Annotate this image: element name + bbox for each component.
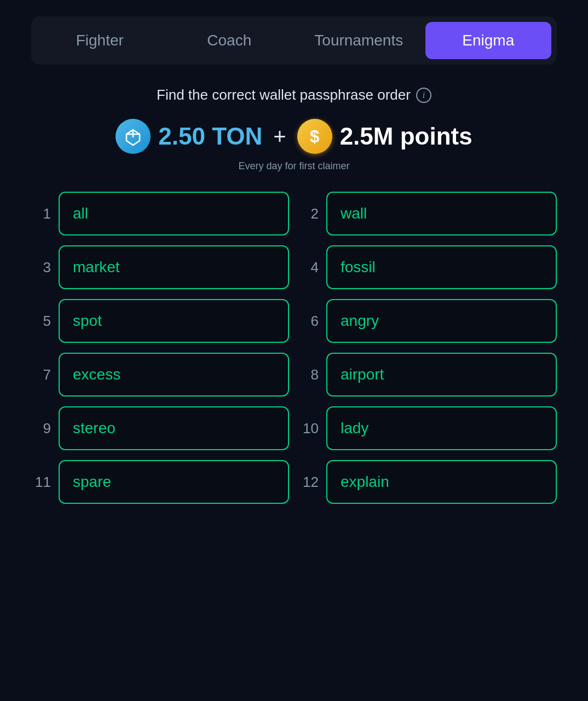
word-box-6[interactable]: angry (326, 299, 557, 343)
words-grid: 1all2wall3market4fossil5spot6angry7exces… (31, 192, 557, 504)
ton-icon (116, 119, 151, 154)
word-box-1[interactable]: all (59, 192, 289, 235)
word-number-11: 11 (31, 474, 51, 491)
word-number-8: 8 (299, 366, 319, 383)
word-row-8[interactable]: 8airport (299, 353, 557, 397)
tab-bar: Fighter Coach Tournaments Enigma (31, 16, 557, 65)
word-box-9[interactable]: stereo (59, 406, 289, 450)
word-number-9: 9 (31, 420, 51, 437)
word-box-7[interactable]: excess (59, 353, 289, 397)
word-text-1: all (73, 205, 88, 222)
coin-icon: $ (297, 119, 332, 154)
word-number-12: 12 (299, 474, 319, 491)
word-text-12: explain (341, 473, 389, 490)
reward-row: 2.50 TON + $ 2.5M points (116, 119, 472, 154)
word-row-3[interactable]: 3market (31, 245, 289, 289)
word-row-12[interactable]: 12explain (299, 460, 557, 504)
word-row-4[interactable]: 4fossil (299, 245, 557, 289)
word-row-6[interactable]: 6angry (299, 299, 557, 343)
word-row-1[interactable]: 1all (31, 192, 289, 235)
word-box-3[interactable]: market (59, 245, 289, 289)
info-icon[interactable]: i (416, 88, 431, 103)
word-text-2: wall (341, 205, 367, 222)
tab-fighter[interactable]: Fighter (37, 22, 163, 59)
word-box-2[interactable]: wall (326, 192, 557, 235)
word-row-11[interactable]: 11spare (31, 460, 289, 504)
word-number-3: 3 (31, 259, 51, 276)
word-text-3: market (73, 258, 120, 275)
word-text-7: excess (73, 366, 120, 383)
word-number-4: 4 (299, 259, 319, 276)
ton-section: 2.50 TON (116, 119, 262, 154)
word-text-9: stereo (73, 420, 116, 436)
word-text-10: lady (341, 420, 368, 436)
points-amount: 2.5M points (340, 123, 472, 150)
word-box-11[interactable]: spare (59, 460, 289, 504)
word-text-4: fossil (341, 258, 376, 275)
word-number-1: 1 (31, 205, 51, 222)
word-box-10[interactable]: lady (326, 406, 557, 450)
word-number-10: 10 (299, 420, 319, 437)
word-row-10[interactable]: 10lady (299, 406, 557, 450)
enigma-section: Find the correct wallet passphrase order… (31, 87, 557, 504)
points-section: $ 2.5M points (297, 119, 472, 154)
word-text-5: spot (73, 312, 102, 329)
word-number-7: 7 (31, 366, 51, 383)
word-number-6: 6 (299, 313, 319, 330)
word-number-5: 5 (31, 313, 51, 330)
word-box-8[interactable]: airport (326, 353, 557, 397)
tab-coach[interactable]: Coach (166, 22, 293, 59)
word-row-5[interactable]: 5spot (31, 299, 289, 343)
word-row-7[interactable]: 7excess (31, 353, 289, 397)
word-number-2: 2 (299, 205, 319, 222)
word-text-11: spare (73, 473, 111, 490)
enigma-subtitle: Find the correct wallet passphrase order… (157, 87, 431, 104)
word-row-9[interactable]: 9stereo (31, 406, 289, 450)
word-box-12[interactable]: explain (326, 460, 557, 504)
ton-amount: 2.50 TON (158, 123, 262, 150)
tab-enigma[interactable]: Enigma (425, 22, 552, 59)
claimer-text: Every day for first claimer (238, 160, 349, 172)
word-box-5[interactable]: spot (59, 299, 289, 343)
word-text-8: airport (341, 366, 384, 383)
word-text-6: angry (341, 312, 379, 329)
word-box-4[interactable]: fossil (326, 245, 557, 289)
word-row-2[interactable]: 2wall (299, 192, 557, 235)
tab-tournaments[interactable]: Tournaments (296, 22, 422, 59)
plus-sign: + (273, 124, 286, 149)
